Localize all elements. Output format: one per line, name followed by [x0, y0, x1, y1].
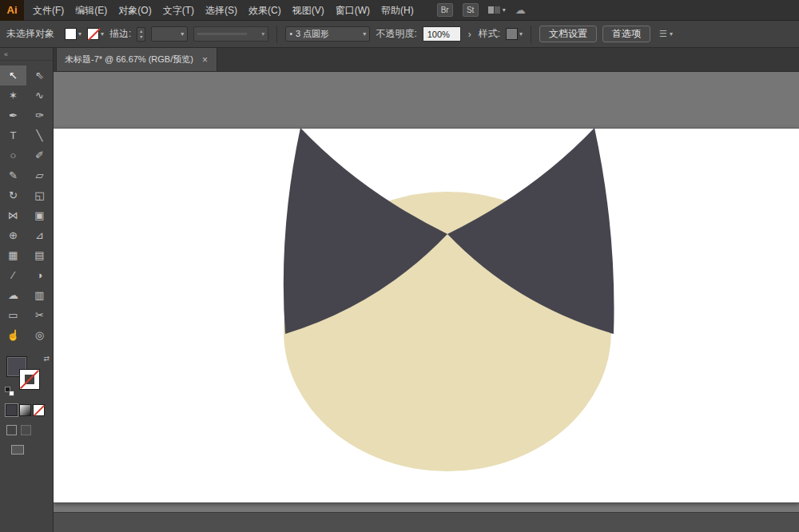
scale-tool[interactable]: ◱: [26, 185, 53, 205]
opacity-label: 不透明度:: [376, 27, 416, 41]
menu-item[interactable]: 编辑(E): [70, 0, 113, 21]
width-profile-preview: [197, 33, 247, 35]
pen-tool[interactable]: ✒: [0, 105, 26, 125]
none-button[interactable]: [33, 404, 45, 416]
chevron-down-icon: ▾: [363, 30, 366, 38]
stroke-weight-stepper[interactable]: ▴ ▾: [137, 27, 145, 42]
menu-item[interactable]: 视图(V): [287, 0, 330, 21]
rotate-tool[interactable]: ↻: [0, 185, 26, 205]
stroke-color-swatch[interactable]: [87, 28, 99, 40]
direct-selection-tool[interactable]: ⇖: [26, 66, 53, 85]
menu-item[interactable]: 对象(O): [113, 0, 157, 21]
artwork: [54, 72, 799, 532]
app-logo[interactable]: Ai: [0, 0, 24, 21]
pencil-tool[interactable]: ✎: [0, 165, 26, 185]
collapse-panel-icon[interactable]: «: [4, 50, 8, 58]
eyedropper-tool[interactable]: ∕: [0, 265, 26, 285]
mesh-tool[interactable]: ▦: [0, 245, 26, 265]
opacity-input[interactable]: 100%: [423, 26, 461, 42]
selection-status: 未选择对象: [6, 27, 54, 41]
chevron-down-icon: ▾: [101, 30, 104, 38]
artboard-tool[interactable]: ▭: [0, 305, 26, 325]
menu-item[interactable]: 文件(F): [27, 0, 70, 21]
menubar-right: Br St ▾ ☁: [437, 3, 526, 17]
workspace-switcher[interactable]: ▾: [488, 6, 506, 14]
brush-name: 3 点圆形: [296, 28, 329, 40]
hand-tool[interactable]: ☝: [0, 325, 26, 345]
canvas-area[interactable]: [54, 72, 799, 532]
width-tool[interactable]: ⋈: [0, 205, 26, 225]
paintbrush-tool[interactable]: ✐: [26, 145, 53, 165]
tools-grid: ↖⇖✶∿✒✑T╲○✐✎▱↻◱⋈▣⊕⊿▦▤∕◑☁▥▭✂☝◎: [0, 61, 53, 345]
column-graph-tool[interactable]: ▥: [26, 285, 53, 305]
chevron-down-icon: ▾: [503, 6, 506, 14]
chevron-down-icon: ▾: [78, 30, 81, 38]
style-swatch[interactable]: [506, 28, 518, 40]
tools-panel-header: «: [0, 48, 53, 61]
brush-preview-dot: •: [289, 30, 292, 38]
close-tab-icon[interactable]: ×: [201, 54, 209, 66]
document-setup-button[interactable]: 文档设置: [539, 26, 597, 42]
screen-mode-button[interactable]: [11, 445, 24, 455]
stroke-swatch[interactable]: [19, 369, 40, 390]
ellipse-tool[interactable]: ○: [0, 145, 26, 165]
workspace-icon: [488, 6, 500, 14]
fill-stroke-widget: ⇄: [5, 355, 50, 396]
default-fill-stroke-icon[interactable]: [5, 387, 14, 396]
free-transform-tool[interactable]: ▣: [26, 205, 53, 225]
color-mode-row: [6, 404, 53, 416]
gradient-button[interactable]: [19, 404, 31, 416]
style-label: 样式:: [479, 27, 500, 41]
line-segment-tool[interactable]: ╲: [26, 125, 53, 145]
stroke-color-dropdown[interactable]: ▾: [87, 28, 104, 40]
bridge-button[interactable]: Br: [437, 3, 453, 17]
menu-item[interactable]: 效果(C): [243, 0, 287, 21]
fill-color-swatch[interactable]: [65, 28, 77, 40]
symbol-sprayer-tool[interactable]: ☁: [0, 285, 26, 305]
preferences-button[interactable]: 首选项: [602, 26, 650, 42]
perspective-grid-tool[interactable]: ⊿: [26, 225, 53, 245]
status-bar[interactable]: [54, 512, 799, 532]
zoom-tool[interactable]: ◎: [26, 325, 53, 345]
chevron-down-icon: ▾: [670, 30, 673, 38]
menu-item[interactable]: 文字(T): [157, 0, 200, 21]
fill-color-dropdown[interactable]: ▾: [65, 28, 81, 40]
type-tool[interactable]: T: [0, 125, 26, 145]
menu-item[interactable]: 帮助(H): [376, 0, 419, 21]
swap-fill-stroke-icon[interactable]: ⇄: [43, 355, 50, 363]
menu-item[interactable]: 窗口(W): [330, 0, 376, 21]
add-anchor-point-tool[interactable]: ✑: [26, 105, 53, 125]
color-button[interactable]: [6, 404, 18, 416]
tools-panel: « ↖⇖✶∿✒✑T╲○✐✎▱↻◱⋈▣⊕⊿▦▤∕◑☁▥▭✂☝◎ ⇄: [0, 48, 54, 532]
stepper-up-icon[interactable]: ▴: [137, 29, 145, 34]
blend-tool[interactable]: ◑: [26, 265, 53, 285]
selection-tool[interactable]: ↖: [0, 66, 26, 85]
chevron-down-icon: ▾: [519, 30, 523, 38]
opacity-options-button[interactable]: ›: [467, 29, 473, 40]
arrange-documents-dropdown[interactable]: ☰ ▾: [659, 29, 673, 39]
draw-normal-button[interactable]: [6, 425, 17, 435]
cloud-icon[interactable]: ☁: [515, 4, 526, 16]
lasso-tool[interactable]: ∿: [26, 85, 53, 105]
magic-wand-tool[interactable]: ✶: [0, 85, 26, 105]
eraser-tool[interactable]: ▱: [26, 165, 53, 185]
document-tab[interactable]: 未标题-7* @ 66.67% (RGB/预览) ×: [56, 47, 217, 71]
stock-button[interactable]: St: [463, 3, 479, 17]
menu-item[interactable]: 选择(S): [200, 0, 243, 21]
shape-builder-tool[interactable]: ⊕: [0, 225, 26, 245]
stepper-down-icon[interactable]: ▾: [137, 34, 145, 40]
document-tab-title: 未标题-7* @ 66.67% (RGB/预览): [65, 54, 193, 66]
control-bar: 未选择对象 ▾ ▾ 描边: ▴ ▾ ▾ ▾ • 3 点圆形 ▾ 不透明度: 10…: [0, 21, 799, 48]
stroke-weight-dropdown[interactable]: ▾: [151, 26, 188, 42]
arrange-documents-icon: ☰: [659, 29, 667, 39]
chevron-down-icon: ▾: [181, 30, 184, 38]
brush-definition-dropdown[interactable]: • 3 点圆形 ▾: [285, 26, 370, 42]
variable-width-profile-dropdown[interactable]: ▾: [193, 26, 268, 42]
stroke-weight-label: 描边:: [109, 27, 131, 41]
slice-tool[interactable]: ✂: [26, 305, 53, 325]
gradient-tool[interactable]: ▤: [26, 245, 53, 265]
stroke-swatch-hole: [25, 375, 34, 384]
style-dropdown[interactable]: ▾: [506, 28, 523, 40]
draw-behind-button[interactable]: [21, 425, 31, 435]
chevron-down-icon: ▾: [261, 30, 264, 38]
